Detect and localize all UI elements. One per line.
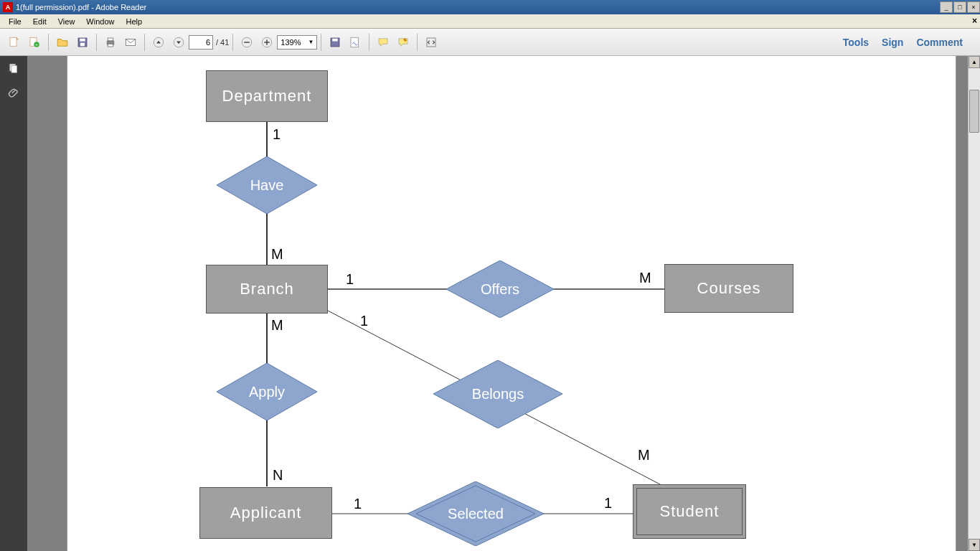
entity-courses: Courses [664,264,793,313]
svg-rect-23 [11,66,17,73]
toolbar-separator [232,34,233,51]
relation-belongs: Belongs [433,360,562,428]
relation-offers: Offers [446,260,554,318]
maximize-button[interactable]: □ [953,1,966,13]
vertical-scrollbar[interactable]: ▲ ▼ [968,56,980,551]
zoom-select[interactable]: 139%▼ [277,35,317,50]
menu-close-document[interactable]: × [972,16,977,26]
scroll-track[interactable] [969,68,980,539]
window-controls: _ □ × [939,1,980,13]
menu-help[interactable]: Help [120,16,148,27]
app-icon: A [3,2,13,12]
menu-file[interactable]: File [3,16,27,27]
create-pdf-icon[interactable]: + [25,33,44,52]
title-bar: A 1(full permission).pdf - Adobe Reader … [0,0,980,14]
menu-view[interactable]: View [52,16,81,27]
cardinality-offers-courses: M [639,270,651,286]
print-icon[interactable] [101,33,120,52]
highlight-icon[interactable] [394,33,413,52]
svg-rect-5 [80,38,85,41]
pdf-page: Department Branch Courses Applicant Stud… [67,56,956,551]
tools-link[interactable]: Tools [843,37,869,48]
entity-label: Courses [697,279,761,298]
toolbar-separator [417,34,418,51]
relation-label: Apply [249,384,285,400]
svg-rect-0 [10,37,17,46]
open-icon[interactable] [53,33,72,52]
export-pdf-icon[interactable] [5,33,24,52]
entity-label: Department [222,87,312,105]
toolbar-separator [48,34,49,51]
scroll-down-icon[interactable]: ▼ [969,539,980,551]
email-icon[interactable] [121,33,140,52]
close-button[interactable]: × [967,1,980,13]
cardinality-dept-have: 1 [273,126,281,143]
cardinality-apply-applicant: N [273,467,283,484]
zoom-in-icon[interactable] [258,33,276,52]
svg-rect-8 [108,38,113,41]
comment-icon[interactable] [374,33,392,52]
zoom-value: 139% [281,38,301,47]
window-title: 1(full permission).pdf - Adobe Reader [16,3,939,11]
workspace: Department Branch Courses Applicant Stud… [0,56,980,551]
page-total-label: / 41 [216,38,229,47]
cardinality-have-branch: M [271,246,283,263]
toolbar-right-links: Tools Sign Comment [843,37,976,48]
svg-rect-19 [333,38,339,41]
cardinality-selected-student: 1 [604,495,612,512]
entity-label: Branch [240,280,294,298]
cardinality-branch-belongs: 1 [360,313,368,329]
attachments-icon[interactable] [5,85,22,102]
read-mode-icon[interactable] [422,33,440,52]
relation-label: Selected [448,506,504,522]
entity-student: Student [633,484,746,539]
menu-edit[interactable]: Edit [27,16,52,27]
entity-branch: Branch [206,265,328,314]
relation-selected: Selected [407,481,544,546]
save-to-online-icon[interactable] [326,33,344,52]
svg-text:+: + [35,42,38,47]
comment-link[interactable]: Comment [916,37,963,48]
chevron-down-icon: ▼ [308,39,314,45]
menu-window[interactable]: Window [80,16,120,27]
page-up-icon[interactable] [149,33,168,52]
side-panel [0,56,27,551]
thumbnails-icon[interactable] [5,60,22,77]
entity-applicant: Applicant [199,487,332,539]
cardinality-applicant-selected: 1 [354,496,362,512]
relation-label: Have [250,177,284,194]
entity-label: Applicant [230,504,302,522]
scroll-up-icon[interactable]: ▲ [969,56,980,68]
page-number-input[interactable] [189,35,213,50]
save-icon[interactable] [73,33,92,52]
cardinality-belongs-student: M [638,447,650,463]
svg-rect-17 [267,39,268,45]
entity-department: Department [206,70,328,122]
zoom-out-icon[interactable] [237,33,256,52]
svg-rect-14 [245,42,250,43]
page-down-icon[interactable] [169,33,188,52]
svg-rect-20 [351,37,359,47]
svg-rect-9 [108,44,113,47]
cardinality-branch-apply: M [271,317,283,334]
minimize-button[interactable]: _ [940,1,953,13]
toolbar-separator [96,34,97,51]
menu-bar: File Edit View Window Help × [0,14,980,29]
scroll-thumb[interactable] [969,90,979,133]
entity-label: Student [660,502,720,521]
svg-rect-6 [80,42,85,46]
document-area[interactable]: Department Branch Courses Applicant Stud… [27,56,968,551]
relation-have: Have [217,156,317,214]
relation-label: Belongs [472,386,524,402]
toolbar-separator [144,34,145,51]
toolbar-separator [321,34,321,51]
sign-pdf-icon[interactable] [346,33,364,52]
sign-link[interactable]: Sign [882,37,903,48]
toolbar: + / 41 139%▼ Tools Sign Comment [0,29,980,56]
relation-label: Offers [481,281,519,298]
relation-apply: Apply [217,363,317,420]
cardinality-branch-offers: 1 [346,271,354,288]
toolbar-separator [369,34,369,51]
